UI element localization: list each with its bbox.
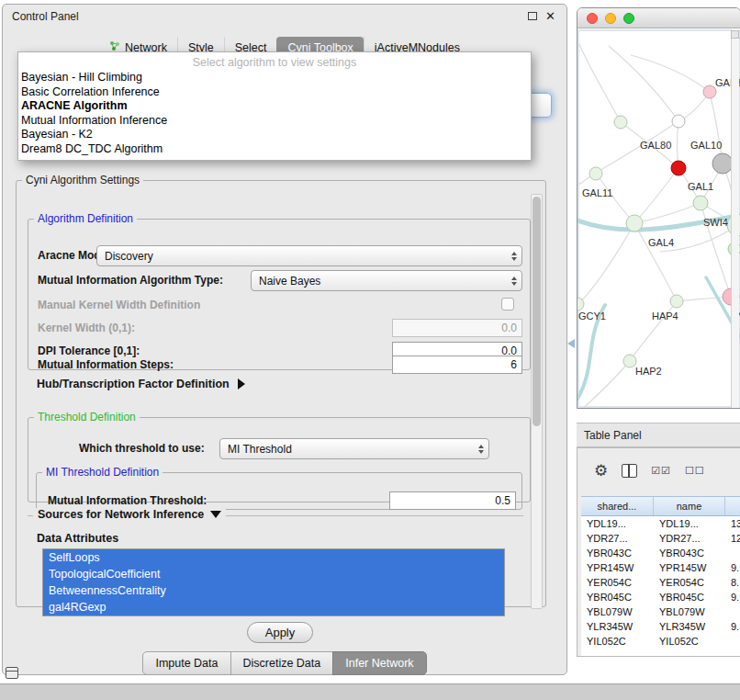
network-node[interactable] bbox=[693, 196, 708, 210]
table-cell: YBL079W bbox=[581, 606, 654, 617]
table-panel-title: Table Panel bbox=[584, 429, 642, 442]
algorithm-dropdown-items: Bayesian - Hill ClimbingBasic Correlatio… bbox=[18, 71, 531, 156]
gear-icon[interactable]: ⚙ bbox=[594, 463, 608, 479]
bottom-status-strip bbox=[0, 683, 740, 700]
table-cell: YBR045C bbox=[581, 592, 654, 603]
table-cell: YBR043C bbox=[581, 548, 654, 559]
aracne-mode-select[interactable]: Discovery bbox=[96, 245, 522, 266]
float-window-icon[interactable] bbox=[528, 12, 537, 20]
algorithm-definition-group: Algorithm Definition Aracne Mode: Discov… bbox=[28, 212, 531, 370]
kernel-width-input[interactable] bbox=[392, 319, 522, 337]
settings-group-legend: Cyni Algorithm Settings bbox=[22, 174, 143, 186]
mi-algorithm-type-select[interactable]: Naive Bayes bbox=[251, 270, 522, 291]
table-cell: 9. bbox=[725, 592, 740, 603]
minimized-panel-icon[interactable] bbox=[6, 667, 18, 679]
network-node[interactable] bbox=[671, 161, 686, 175]
network-node-label: GCY1 bbox=[578, 310, 606, 322]
column-header-name[interactable]: name bbox=[654, 497, 725, 515]
network-node[interactable] bbox=[703, 85, 716, 98]
mi-algorithm-type-value: Naive Bayes bbox=[259, 275, 320, 288]
deselect-all-icon[interactable]: ☐☐ bbox=[685, 465, 705, 477]
threshold-definition-group: Threshold Definition Which threshold to … bbox=[28, 411, 531, 502]
algorithm-dropdown-placeholder: Select algorithm to view settings bbox=[18, 55, 531, 71]
network-node-label: GAL1 bbox=[688, 181, 713, 192]
network-node[interactable] bbox=[614, 116, 627, 129]
algorithm-option-bayesian-hill-climbing[interactable]: Bayesian - Hill Climbing bbox=[18, 71, 531, 85]
mi-threshold-input[interactable] bbox=[389, 491, 516, 510]
bottom-tab-discretize-data[interactable]: Discretize Data bbox=[230, 651, 334, 675]
network-node[interactable] bbox=[626, 215, 643, 231]
which-threshold-select[interactable]: MI Threshold bbox=[219, 438, 489, 459]
manual-kernel-width-checkbox[interactable] bbox=[501, 298, 514, 310]
table-row[interactable]: YBR043CYBR043C bbox=[581, 546, 740, 560]
combo-arrows-icon bbox=[478, 445, 484, 454]
network-node[interactable] bbox=[712, 153, 733, 174]
settings-scrollbar-thumb[interactable] bbox=[533, 197, 541, 426]
column-header-col2[interactable] bbox=[725, 497, 740, 515]
algorithm-option-bayesian-k2[interactable]: Bayesian - K2 bbox=[18, 128, 531, 142]
table-row[interactable]: YER054CYER054C8. bbox=[581, 575, 740, 590]
select-all-icon[interactable]: ☑☑ bbox=[651, 465, 671, 477]
apply-button[interactable]: Apply bbox=[247, 622, 313, 643]
table-row[interactable]: YIL052CYIL052C bbox=[581, 634, 740, 649]
sources-section-header[interactable]: Sources for Network Inference bbox=[33, 508, 226, 521]
table-cell: YDR27... bbox=[581, 533, 654, 544]
column-header-shared[interactable]: shared... bbox=[581, 497, 654, 515]
which-threshold-value: MI Threshold bbox=[228, 443, 292, 456]
collapse-arrow-icon bbox=[210, 511, 221, 518]
mi-threshold-definition-legend: MI Threshold Definition bbox=[42, 466, 163, 479]
attribute-item-topologicalcoefficient[interactable]: TopologicalCoefficient bbox=[43, 566, 504, 582]
network-node[interactable] bbox=[672, 115, 685, 128]
algorithm-option-dream8-dc-tdc-algorithm[interactable]: Dream8 DC_TDC Algorithm bbox=[18, 142, 531, 157]
combo-arrows-icon bbox=[511, 277, 517, 286]
table-toolbar: ⚙ ☑☑ ☐☐ bbox=[577, 448, 740, 492]
attribute-item-gal4rgexp[interactable]: gal4RGexp bbox=[43, 599, 504, 615]
algorithm-option-aracne-algorithm[interactable]: ARACNE Algorithm bbox=[18, 99, 531, 114]
network-node[interactable] bbox=[670, 295, 683, 308]
network-view-window: GAL8GAL80GAL10GAL11GAL1SWI4GAL4GCY1HAP4Y… bbox=[577, 7, 740, 409]
table-cell: YIL052C bbox=[581, 636, 654, 647]
mi-steps-input[interactable] bbox=[392, 356, 522, 374]
table-row[interactable]: YLR345WYLR345W9. bbox=[581, 619, 740, 634]
table-row[interactable]: YDR27...YDR27...12 bbox=[581, 531, 740, 546]
attribute-item-betweennesscentrality[interactable]: BetweennessCentrality bbox=[43, 582, 504, 599]
network-node-label: GAL80 bbox=[640, 140, 671, 151]
panel-divider-collapse-icon[interactable] bbox=[567, 339, 575, 348]
table-cell: 9. bbox=[725, 621, 740, 632]
network-node-label: SWI4 bbox=[703, 217, 728, 228]
network-node[interactable] bbox=[589, 167, 602, 180]
table-cell: YDR27... bbox=[654, 533, 725, 544]
network-canvas[interactable]: GAL8GAL80GAL10GAL11GAL1SWI4GAL4GCY1HAP4Y… bbox=[577, 29, 740, 408]
close-icon[interactable]: ✕ bbox=[545, 10, 555, 22]
table-row[interactable]: YPR145WYPR145W9. bbox=[581, 560, 740, 575]
bottom-tab-impute-data[interactable]: Impute Data bbox=[142, 651, 230, 675]
manual-kernel-width-label: Manual Kernel Width Definition bbox=[38, 299, 200, 311]
which-threshold-label: Which threshold to use: bbox=[79, 442, 205, 455]
algorithm-option-basic-correlation-inference[interactable]: Basic Correlation Inference bbox=[18, 85, 531, 100]
attribute-item-selfloops[interactable]: SelfLoops bbox=[43, 549, 504, 566]
node-table: shared...name YDL19...YDL19...13YDR27...… bbox=[581, 496, 740, 656]
bottom-tab-infer-network[interactable]: Infer Network bbox=[332, 651, 426, 675]
minimize-traffic-light-icon[interactable] bbox=[605, 13, 616, 24]
columns-icon[interactable] bbox=[622, 464, 637, 478]
algorithm-option-mutual-information-inference[interactable]: Mutual Information Inference bbox=[18, 114, 531, 129]
table-cell: YIL052C bbox=[654, 636, 725, 647]
network-node[interactable] bbox=[623, 355, 636, 367]
settings-scrollbar[interactable] bbox=[531, 194, 543, 609]
data-attributes-list: SelfLoopsTopologicalCoefficientBetweenne… bbox=[42, 548, 505, 616]
hub-transcription-factor-section[interactable]: Hub/Transcription Factor Definition bbox=[37, 378, 245, 390]
table-cell: YER054C bbox=[581, 577, 654, 588]
data-attributes-label: Data Attributes bbox=[37, 532, 118, 545]
network-scrollbar[interactable] bbox=[731, 29, 739, 408]
network-node-label: GAL11 bbox=[582, 187, 612, 198]
table-cell: YPR145W bbox=[654, 562, 725, 573]
hub-section-label: Hub/Transcription Factor Definition bbox=[37, 378, 230, 390]
network-scroll-up-button[interactable] bbox=[731, 30, 739, 39]
table-row[interactable]: YBL079WYBL079W bbox=[581, 604, 740, 619]
table-cell: YDL19... bbox=[654, 518, 725, 529]
table-row[interactable]: YDL19...YDL19...13 bbox=[581, 516, 740, 531]
zoom-traffic-light-icon[interactable] bbox=[623, 13, 634, 24]
table-cell: 8. bbox=[725, 577, 740, 588]
close-traffic-light-icon[interactable] bbox=[587, 13, 598, 24]
table-row[interactable]: YBR045CYBR045C9. bbox=[581, 590, 740, 604]
